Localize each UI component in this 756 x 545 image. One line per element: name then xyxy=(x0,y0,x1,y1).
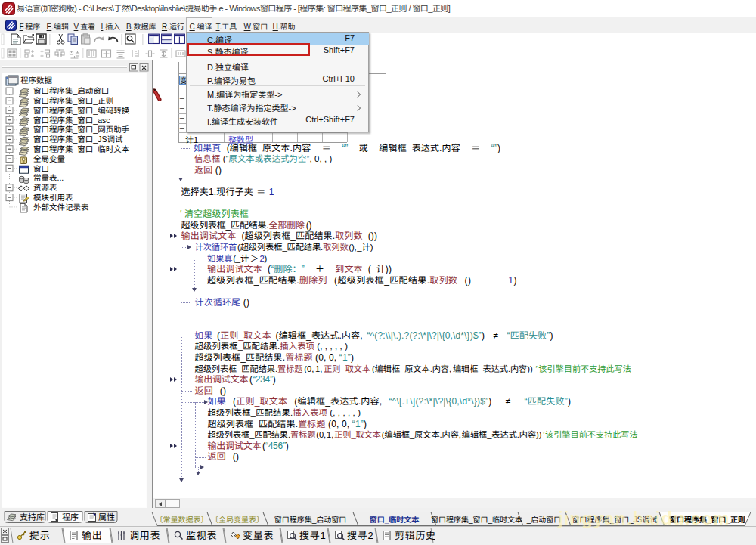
svg-text:〔常量数据表〕: 〔常量数据表〕 xyxy=(156,516,209,524)
svg-text:_启动窗口: _启动窗口 xyxy=(526,516,562,524)
svg-text:常量表...: 常量表... xyxy=(33,173,64,182)
svg-text:窗口程序集_窗口_JS调试: 窗口程序集_窗口_JS调试 xyxy=(33,135,123,144)
svg-text:窗口程序集_窗口_网页助手: 窗口程序集_窗口_网页助手 xyxy=(33,125,129,134)
svg-text:窗口程序集_启动窗口: 窗口程序集_启动窗口 xyxy=(274,516,347,524)
svg-text:〔全局变量表〕: 〔全局变量表〕 xyxy=(211,516,264,524)
svg-text:调用表: 调用表 xyxy=(129,530,160,541)
svg-text:窗口程序集_启动窗口: 窗口程序集_启动窗口 xyxy=(33,86,109,95)
svg-text:输出: 输出 xyxy=(82,530,102,541)
svg-text:变量表: 变量表 xyxy=(243,530,274,541)
svg-text:模块引用表: 模块引用表 xyxy=(33,193,73,202)
svg-text:程序: 程序 xyxy=(62,512,79,522)
svg-text:窗口_临时文本: 窗口_临时文本 xyxy=(370,516,420,524)
svg-text:窗口程序集_窗口_正则: 窗口程序集_窗口_正则 xyxy=(33,96,113,105)
svg-text:窗口程序集_窗口_编码转换: 窗口程序集_窗口_编码转换 xyxy=(33,106,130,115)
svg-text:jingyan.baidu.com: jingyan.baidu.com xyxy=(557,508,730,528)
svg-text:监视表: 监视表 xyxy=(186,530,217,541)
svg-text:属性: 属性 xyxy=(98,512,115,522)
svg-text:全局变量: 全局变量 xyxy=(33,154,65,163)
svg-text:搜寻2: 搜寻2 xyxy=(347,530,373,541)
svg-text:提示: 提示 xyxy=(29,530,50,541)
svg-text:程序数据: 程序数据 xyxy=(20,76,52,85)
svg-text:外部文件记录表: 外部文件记录表 xyxy=(33,203,89,212)
svg-text:剪辑历史: 剪辑历史 xyxy=(395,530,436,541)
svg-text:窗口程序集_窗口_临时文本: 窗口程序集_窗口_临时文本 xyxy=(431,516,522,524)
svg-text:窗口程序集_窗口_asc: 窗口程序集_窗口_asc xyxy=(33,116,110,125)
svg-text:资源表: 资源表 xyxy=(33,183,57,192)
svg-text:窗口程序集_窗口_临时文本: 窗口程序集_窗口_临时文本 xyxy=(33,144,130,153)
svg-text:搜寻1: 搜寻1 xyxy=(299,530,326,541)
svg-text:窗口: 窗口 xyxy=(33,164,49,173)
svg-text:支持库: 支持库 xyxy=(20,512,45,522)
